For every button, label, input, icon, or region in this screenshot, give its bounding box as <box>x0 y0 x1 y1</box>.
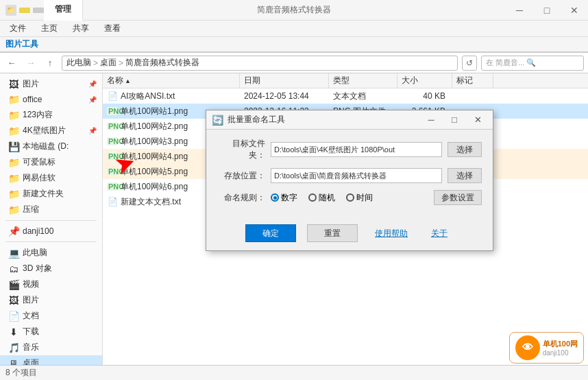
path-part-desktop: 桌面 <box>100 57 117 69</box>
target-folder-row: 目标文件夹： 选择 <box>217 138 482 161</box>
radio-number[interactable]: 数字 <box>271 192 297 204</box>
dialog-title-icon: 🔄 <box>212 115 223 126</box>
sidebar-item-office[interactable]: 📁 office 📌 <box>0 92 102 107</box>
file-name: 单机100网站4.png <box>121 151 188 163</box>
sidebar-item-4k[interactable]: 📁 4K壁纸图片 📌 <box>0 123 102 139</box>
sidebar-item-downloads[interactable]: ⬇ 下载 <box>0 324 102 340</box>
sidebar-item-label: 视频 <box>23 278 97 290</box>
col-header-tag[interactable]: 标记 <box>452 73 493 88</box>
ribbon-tab-file[interactable]: 文件 <box>3 21 33 36</box>
up-button[interactable]: ↑ <box>42 56 58 71</box>
sidebar-item-wangyi[interactable]: 📁 网易佳软 <box>0 170 102 186</box>
sidebar-item-music[interactable]: 🎵 音乐 <box>0 340 102 355</box>
section-icon: 📌 <box>8 226 19 237</box>
sidebar-item-mouse[interactable]: 📁 可爱鼠标 <box>0 154 102 170</box>
music-icon: 🎵 <box>8 342 19 353</box>
sidebar-section-danji[interactable]: 📌 danji100 <box>0 224 102 239</box>
sidebar-item-label: danji100 <box>23 226 97 236</box>
sidebar-item-video[interactable]: 🎬 视频 <box>0 276 102 292</box>
path-part-computer: 此电脑 <box>66 57 91 69</box>
ribbon-nav: 文件 主页 共享 查看 <box>0 21 588 37</box>
sidebar-item-newfolder[interactable]: 📁 新建文件夹 <box>0 186 102 202</box>
sidebar-item-label: 可爱鼠标 <box>23 156 97 168</box>
folder-icon: 🗂 <box>8 263 19 274</box>
dialog-close-button[interactable]: ✕ <box>468 112 487 128</box>
sidebar-item-label: 下载 <box>23 326 97 337</box>
radio-random[interactable]: 随机 <box>308 192 335 204</box>
maximize-button[interactable]: □ <box>533 0 561 21</box>
sidebar-item-pictures[interactable]: 🖼 图片 📌 <box>0 76 102 92</box>
status-bar: 8 个项目 <box>0 365 588 380</box>
sidebar-item-label: 此电脑 <box>23 247 97 259</box>
refresh-button[interactable]: ↺ <box>462 56 477 71</box>
radio-number-label: 数字 <box>281 192 297 204</box>
rename-dialog[interactable]: 🔄 批量重命名工具 ─ □ ✕ 目标文件夹： 选择 存放位置： 选择 命名规则： <box>206 110 493 251</box>
col-header-date[interactable]: 日期 <box>240 73 329 88</box>
folder-icon: 📁 <box>8 110 19 121</box>
naming-radio-group: 数字 随机 时间 <box>271 192 373 204</box>
param-settings-button[interactable]: 参数设置 <box>434 190 482 205</box>
forward-button[interactable]: → <box>23 56 38 71</box>
png-icon: PNG <box>107 107 118 115</box>
computer-icon: 💻 <box>8 248 19 259</box>
ribbon-tab-home[interactable]: 主页 <box>34 21 64 36</box>
sidebar-item-label: 网易佳软 <box>23 172 97 184</box>
help-link-button[interactable]: 使用帮助 <box>369 224 414 242</box>
radio-random-circle <box>308 193 317 202</box>
dialog-minimize-button[interactable]: ─ <box>421 112 441 128</box>
col-header-size[interactable]: 大小 <box>397 73 452 88</box>
folder-icon: 📁 <box>8 204 19 215</box>
ribbon-tab-view[interactable]: 查看 <box>97 21 127 36</box>
address-path[interactable]: 此电脑 > 桌面 > 简鹿音频格式转换器 <box>62 56 458 71</box>
back-button[interactable]: ← <box>4 56 19 71</box>
sidebar-item-localdisk[interactable]: 💾 本地磁盘 (D: <box>0 139 102 154</box>
save-location-input[interactable] <box>271 168 442 183</box>
sidebar-item-label: 图片 <box>23 294 97 306</box>
file-name: 单机100网站2.png <box>121 121 188 132</box>
sidebar-section-thispc[interactable]: 💻 此电脑 <box>0 245 102 261</box>
radio-time[interactable]: 时间 <box>346 192 373 204</box>
minimize-button[interactable]: ─ <box>506 0 533 21</box>
sidebar-item-label: 音乐 <box>23 342 97 353</box>
sidebar-item-label: 4K壁纸图片 <box>23 125 85 136</box>
close-button[interactable]: ✕ <box>561 0 588 21</box>
dialog-maximize-button[interactable]: □ <box>445 112 464 128</box>
sidebar-item-label: 3D 对象 <box>23 263 97 274</box>
sidebar-item-desktop[interactable]: 🖥 桌面 <box>0 355 102 366</box>
ribbon-tab-share[interactable]: 共享 <box>66 21 96 36</box>
target-browse-button[interactable]: 选择 <box>448 142 482 157</box>
sidebar-item-label: 新建文件夹 <box>23 188 97 200</box>
radio-time-label: 时间 <box>356 192 373 204</box>
title-bar-icons: 📁 <box>0 5 44 16</box>
col-header-type[interactable]: 类型 <box>329 73 397 88</box>
png-icon: PNG <box>107 152 118 161</box>
col-header-name[interactable]: 名称 ▲ <box>103 73 240 88</box>
dialog-title-text: 批量重命名工具 <box>228 114 417 126</box>
target-folder-input[interactable] <box>271 142 442 157</box>
tab-manage[interactable]: 管理 <box>44 0 83 21</box>
app-title: 简鹿音频格式转换器 <box>257 4 331 16</box>
sidebar-item-3d[interactable]: 🗂 3D 对象 <box>0 261 102 276</box>
target-folder-label: 目标文件夹： <box>217 138 265 161</box>
sidebar-item-pics[interactable]: 🖼 图片 <box>0 292 102 308</box>
sidebar-item-zip[interactable]: 📁 压缩 <box>0 202 102 217</box>
save-location-label: 存放位置： <box>217 170 265 182</box>
sidebar-item-123[interactable]: 📁 123内容 <box>0 107 102 123</box>
sidebar-item-docs[interactable]: 📄 文档 <box>0 308 102 324</box>
video-icon: 🎬 <box>8 279 19 290</box>
sidebar-item-label: 123内容 <box>23 109 97 121</box>
save-browse-button[interactable]: 选择 <box>448 168 482 183</box>
pin-icon: 📌 <box>88 96 97 104</box>
file-tag-cell <box>452 95 493 97</box>
folder-icon: 📁 <box>8 126 19 136</box>
confirm-button[interactable]: 确定 <box>245 224 296 242</box>
sidebar-item-label: 文档 <box>23 310 97 322</box>
table-row[interactable]: 📄 AI攻略ANSI.txt 2024-12-05 13:44 文本文档 40 … <box>103 88 588 104</box>
pictures-icon: 🖼 <box>8 295 19 306</box>
search-input[interactable]: 在 简鹿音... 🔍 <box>481 56 584 71</box>
status-count: 8 个项目 <box>5 367 37 379</box>
download-icon: ⬇ <box>8 326 19 337</box>
reset-button[interactable]: 重置 <box>307 224 358 242</box>
about-link-button[interactable]: 关于 <box>425 224 454 242</box>
file-list-header: 名称 ▲ 日期 类型 大小 标记 <box>103 73 588 88</box>
